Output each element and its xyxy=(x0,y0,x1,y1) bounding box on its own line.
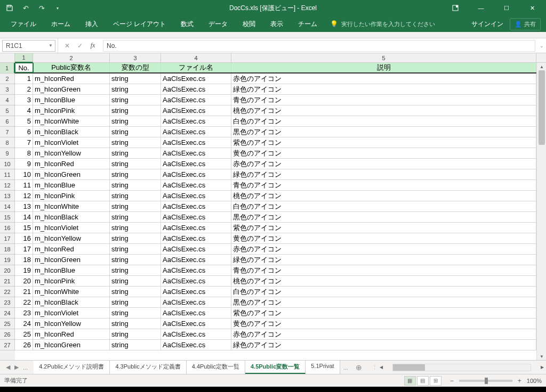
cell[interactable]: 緑色のアイコン xyxy=(231,340,536,350)
column-header[interactable]: 3 xyxy=(110,53,161,63)
save-icon[interactable] xyxy=(2,1,17,15)
vertical-scrollbar[interactable]: ▲ ▼ xyxy=(536,63,546,360)
cell[interactable]: AaClsExec.cs xyxy=(161,212,231,222)
sheet-tab[interactable]: 4.5Public変数一覧 xyxy=(245,361,306,374)
cell[interactable]: m_hIconPink xyxy=(33,276,110,286)
cell[interactable]: 10 xyxy=(15,169,33,179)
cell[interactable]: string xyxy=(110,137,161,148)
table-header-cell[interactable]: No. xyxy=(15,63,33,72)
column-header[interactable]: 2 xyxy=(33,53,110,63)
zoom-handle[interactable] xyxy=(485,378,488,384)
cell[interactable]: AaClsExec.cs xyxy=(161,148,231,158)
cell[interactable]: 6 xyxy=(15,127,33,137)
cell[interactable]: string xyxy=(110,308,161,318)
cell[interactable]: m_hIconWhite xyxy=(33,201,110,211)
expand-formula-bar-icon[interactable]: ⌄ xyxy=(537,43,546,48)
cell[interactable]: string xyxy=(110,191,161,201)
qat-customize-icon[interactable]: ▾ xyxy=(50,1,65,15)
row-header[interactable]: 9 xyxy=(0,148,15,159)
table-header-cell[interactable]: ファイル名 xyxy=(161,63,231,72)
cell[interactable]: 紫色のアイコン xyxy=(231,223,536,233)
tab-data[interactable]: データ xyxy=(201,16,235,32)
tab-insert[interactable]: 挿入 xyxy=(78,16,106,32)
cell[interactable]: m_hIconGreen xyxy=(33,255,110,265)
cell[interactable]: 11 xyxy=(15,180,33,190)
scroll-left-icon[interactable]: ◀ xyxy=(378,365,385,370)
cell[interactable]: AaClsExec.cs xyxy=(161,137,231,148)
sheet-tab[interactable]: 4.4Public定数一覧 xyxy=(187,361,245,374)
cell[interactable]: AaClsExec.cs xyxy=(161,116,231,126)
cell[interactable]: 25 xyxy=(15,329,33,339)
zoom-out-button[interactable]: − xyxy=(448,377,456,385)
cell[interactable]: string xyxy=(110,212,161,222)
cell[interactable]: m_hIconBlue xyxy=(33,95,110,105)
cell[interactable]: 白色のアイコン xyxy=(231,116,536,126)
cell[interactable]: m_hIconBlack xyxy=(33,127,110,137)
cell[interactable]: AaClsExec.cs xyxy=(161,265,231,275)
cell[interactable]: AaClsExec.cs xyxy=(161,329,231,339)
zoom-slider[interactable] xyxy=(459,380,512,382)
scroll-up-icon[interactable]: ▲ xyxy=(537,63,546,70)
cell[interactable]: string xyxy=(110,287,161,297)
cell[interactable]: 17 xyxy=(15,244,33,254)
row-header[interactable]: 3 xyxy=(0,84,15,95)
tab-home[interactable]: ホーム xyxy=(44,16,78,32)
cell[interactable]: 青色のアイコン xyxy=(231,95,536,105)
cell[interactable]: string xyxy=(110,276,161,286)
cell[interactable]: 桃色のアイコン xyxy=(231,276,536,286)
cell[interactable]: string xyxy=(110,84,161,94)
minimize-button[interactable]: — xyxy=(469,1,493,15)
scroll-down-icon[interactable]: ▼ xyxy=(537,353,546,360)
cell[interactable]: 紫色のアイコン xyxy=(231,308,536,318)
row-header[interactable]: 17 xyxy=(0,233,15,244)
row-header[interactable]: 26 xyxy=(0,329,15,340)
cell[interactable]: 23 xyxy=(15,308,33,318)
cell[interactable]: m_hIconBlue xyxy=(33,180,110,190)
row-header[interactable]: 2 xyxy=(0,74,15,84)
select-all-corner[interactable] xyxy=(0,53,15,63)
cell[interactable]: string xyxy=(110,180,161,190)
close-button[interactable]: ✕ xyxy=(520,1,544,15)
cell[interactable]: 赤色のアイコン xyxy=(231,74,536,84)
cell[interactable]: 紫色のアイコン xyxy=(231,137,536,148)
cell[interactable]: string xyxy=(110,329,161,339)
sheet-nav-ellipsis[interactable]: ... xyxy=(21,364,29,371)
cell[interactable]: m_hIconPink xyxy=(33,105,110,116)
row-header[interactable]: 5 xyxy=(0,105,15,116)
cell[interactable]: AaClsExec.cs xyxy=(161,223,231,233)
cell[interactable]: 22 xyxy=(15,297,33,307)
cell[interactable]: m_hIconGreen xyxy=(33,169,110,179)
cell[interactable]: 14 xyxy=(15,212,33,222)
cell[interactable]: 9 xyxy=(15,159,33,169)
sheet-tab[interactable]: 5.1Privat xyxy=(306,361,340,374)
column-header[interactable]: 1 xyxy=(15,53,33,63)
cell[interactable]: m_hIconBlack xyxy=(33,297,110,307)
row-header[interactable]: 22 xyxy=(0,287,15,297)
cell[interactable]: m_hIconBlue xyxy=(33,265,110,275)
cell[interactable]: string xyxy=(110,169,161,179)
cell[interactable]: 24 xyxy=(15,318,33,329)
cell[interactable]: m_hIconPink xyxy=(33,191,110,201)
cell[interactable]: m_hIconGreen xyxy=(33,84,110,94)
cell[interactable]: m_hIconYellow xyxy=(33,318,110,329)
cell[interactable]: 桃色のアイコン xyxy=(231,191,536,201)
cell[interactable]: m_hIconViolet xyxy=(33,223,110,233)
cell[interactable]: 18 xyxy=(15,255,33,265)
row-header[interactable]: 10 xyxy=(0,159,15,169)
column-header[interactable]: 5 xyxy=(231,53,536,63)
hscroll-grip-icon[interactable]: ⋮ xyxy=(372,364,378,371)
row-header[interactable]: 1 xyxy=(0,63,15,74)
cell[interactable]: 15 xyxy=(15,223,33,233)
cell[interactable]: AaClsExec.cs xyxy=(161,84,231,94)
cell[interactable]: AaClsExec.cs xyxy=(161,287,231,297)
cell[interactable]: 12 xyxy=(15,191,33,201)
cell[interactable]: 8 xyxy=(15,148,33,158)
cell[interactable]: string xyxy=(110,223,161,233)
cell[interactable]: 赤色のアイコン xyxy=(231,329,536,339)
hscroll-thumb[interactable] xyxy=(393,364,425,371)
row-header[interactable]: 18 xyxy=(0,244,15,255)
new-sheet-icon[interactable]: ⊕ xyxy=(351,363,366,372)
cell[interactable]: 19 xyxy=(15,265,33,275)
cell[interactable]: 黒色のアイコン xyxy=(231,127,536,137)
cell[interactable]: string xyxy=(110,74,161,84)
